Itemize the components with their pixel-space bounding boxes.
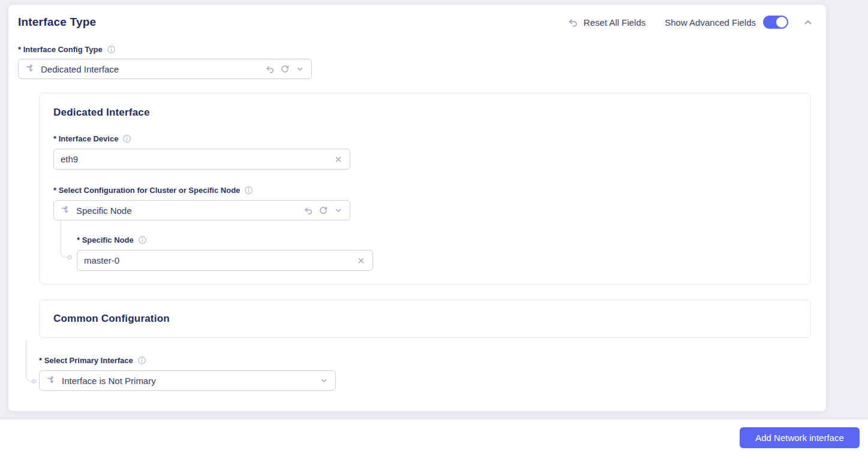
- primary-interface-label: * Select Primary Interface: [39, 356, 146, 365]
- page-title: Interface Type: [18, 16, 96, 29]
- primary-interface-value: Interface is Not Primary: [62, 376, 319, 386]
- advanced-fields-toggle[interactable]: [763, 16, 788, 29]
- select-actions: [265, 64, 305, 74]
- select-actions: [319, 376, 329, 385]
- chevron-down-icon[interactable]: [334, 206, 343, 215]
- cluster-config-label-text: * Select Configuration for Cluster or Sp…: [53, 186, 240, 195]
- field-refresh-icon[interactable]: [280, 64, 290, 74]
- reset-all-fields-button[interactable]: Reset All Fields: [567, 17, 645, 28]
- specific-node-label: * Specific Node: [77, 235, 147, 244]
- info-circle-icon[interactable]: [122, 134, 131, 143]
- branch-split-icon: [46, 376, 56, 385]
- select-actions: [304, 206, 343, 215]
- header-actions: Reset All Fields Show Advanced Fields: [567, 16, 813, 29]
- interface-type-panel: Interface Type Reset All Fields Show Adv…: [8, 5, 826, 411]
- primary-interface-select[interactable]: Interface is Not Primary: [39, 370, 336, 391]
- field-undo-icon[interactable]: [304, 206, 313, 215]
- interface-device-label: * Interface Device: [53, 134, 131, 143]
- interface-device-label-text: * Interface Device: [53, 134, 118, 143]
- collapse-panel-button[interactable]: [803, 17, 813, 28]
- clear-input-icon[interactable]: [356, 256, 366, 265]
- specific-node-field: [77, 250, 373, 271]
- cluster-config-select[interactable]: Specific Node: [53, 200, 350, 221]
- interface-config-type-label-text: * Interface Config Type: [18, 45, 103, 54]
- clear-input-icon[interactable]: [334, 155, 343, 164]
- tree-connector: [26, 340, 34, 382]
- chevron-up-icon: [803, 17, 813, 28]
- interface-config-type-label: * Interface Config Type: [18, 45, 116, 54]
- add-network-interface-button[interactable]: Add Network interface: [740, 427, 860, 448]
- field-refresh-icon[interactable]: [319, 206, 328, 215]
- info-circle-icon[interactable]: [244, 186, 253, 195]
- toggle-knob: [776, 17, 787, 28]
- interface-device-input[interactable]: [61, 154, 329, 164]
- undo-arrow-icon: [567, 17, 578, 28]
- specific-node-label-text: * Specific Node: [77, 235, 134, 244]
- dedicated-interface-title: Dedicated Interface: [53, 107, 150, 119]
- common-configuration-title: Common Configuration: [53, 313, 170, 325]
- cluster-config-value: Specific Node: [76, 206, 304, 216]
- common-configuration-card: Common Configuration: [39, 300, 811, 338]
- show-advanced-fields-label: Show Advanced Fields: [665, 17, 756, 28]
- cluster-config-label: * Select Configuration for Cluster or Sp…: [53, 186, 253, 195]
- footer-bar: Add Network interface: [0, 419, 868, 456]
- tree-connector: [61, 221, 70, 258]
- field-undo-icon[interactable]: [265, 64, 275, 74]
- interface-config-type-select[interactable]: Dedicated Interface: [18, 59, 312, 79]
- dedicated-interface-card: Dedicated Interface * Interface Device *…: [39, 93, 811, 285]
- reset-all-fields-label: Reset All Fields: [584, 17, 645, 28]
- interface-config-type-value: Dedicated Interface: [41, 64, 265, 74]
- info-circle-icon[interactable]: [137, 356, 146, 365]
- branch-split-icon: [25, 64, 35, 74]
- info-circle-icon[interactable]: [138, 235, 147, 244]
- interface-device-field: [53, 149, 350, 170]
- primary-interface-label-text: * Select Primary Interface: [39, 356, 133, 365]
- panel-header: Interface Type Reset All Fields Show Adv…: [18, 16, 813, 29]
- info-circle-icon[interactable]: [107, 45, 116, 54]
- chevron-down-icon[interactable]: [319, 376, 329, 385]
- specific-node-input[interactable]: [84, 255, 352, 265]
- chevron-down-icon[interactable]: [295, 64, 305, 74]
- branch-split-icon: [61, 206, 70, 215]
